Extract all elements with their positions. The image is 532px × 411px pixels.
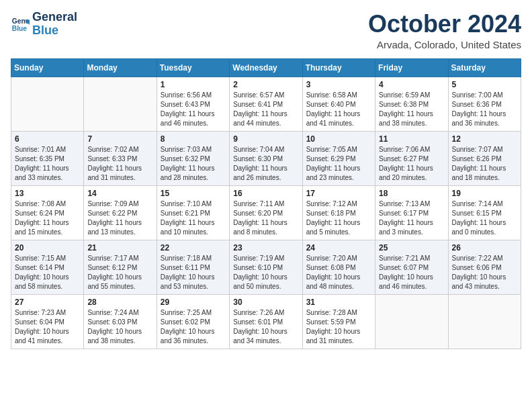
day-number: 10: [306, 134, 371, 144]
day-info: Sunrise: 7:11 AMSunset: 6:20 PMDaylight:…: [233, 199, 298, 237]
day-number: 18: [379, 189, 444, 198]
day-number: 9: [233, 134, 298, 144]
calendar-cell: 8Sunrise: 7:03 AMSunset: 6:32 PMDaylight…: [157, 131, 229, 185]
weekday-header: Friday: [375, 58, 448, 77]
calendar-week-row: 6Sunrise: 7:01 AMSunset: 6:35 PMDaylight…: [11, 131, 521, 185]
calendar-week-row: 1Sunrise: 6:56 AMSunset: 6:43 PMDaylight…: [11, 77, 521, 131]
day-info: Sunrise: 7:25 AMSunset: 6:02 PMDaylight:…: [161, 308, 226, 346]
calendar-cell: 27Sunrise: 7:23 AMSunset: 6:04 PMDayligh…: [11, 294, 84, 349]
day-info: Sunrise: 7:19 AMSunset: 6:10 PMDaylight:…: [233, 254, 298, 291]
day-info: Sunrise: 7:18 AMSunset: 6:11 PMDaylight:…: [161, 254, 226, 291]
calendar-cell: 21Sunrise: 7:17 AMSunset: 6:12 PMDayligh…: [84, 240, 157, 294]
weekday-header: Monday: [84, 58, 157, 77]
day-info: Sunrise: 7:28 AMSunset: 5:59 PMDaylight:…: [306, 308, 371, 346]
day-info: Sunrise: 7:21 AMSunset: 6:07 PMDaylight:…: [379, 254, 444, 291]
day-info: Sunrise: 7:20 AMSunset: 6:08 PMDaylight:…: [306, 254, 371, 291]
calendar-cell: 17Sunrise: 7:12 AMSunset: 6:18 PMDayligh…: [302, 185, 375, 240]
day-number: 28: [87, 298, 152, 307]
calendar-cell: 3Sunrise: 6:58 AMSunset: 6:40 PMDaylight…: [302, 77, 375, 131]
day-info: Sunrise: 7:04 AMSunset: 6:30 PMDaylight:…: [233, 145, 298, 183]
day-number: 29: [161, 298, 226, 307]
day-number: 11: [379, 134, 444, 144]
day-number: 25: [379, 243, 444, 253]
day-number: 13: [15, 189, 80, 198]
day-number: 1: [161, 80, 226, 89]
day-number: 15: [161, 189, 226, 198]
calendar-cell: 28Sunrise: 7:24 AMSunset: 6:03 PMDayligh…: [84, 294, 157, 349]
weekday-header: Tuesday: [157, 58, 229, 77]
calendar-cell: 16Sunrise: 7:11 AMSunset: 6:20 PMDayligh…: [230, 185, 302, 240]
calendar-cell: 11Sunrise: 7:06 AMSunset: 6:27 PMDayligh…: [375, 131, 448, 185]
calendar-week-row: 13Sunrise: 7:08 AMSunset: 6:24 PMDayligh…: [11, 185, 521, 240]
calendar-week-row: 27Sunrise: 7:23 AMSunset: 6:04 PMDayligh…: [11, 294, 521, 349]
day-info: Sunrise: 7:23 AMSunset: 6:04 PMDaylight:…: [15, 308, 80, 346]
calendar-cell: 1Sunrise: 6:56 AMSunset: 6:43 PMDaylight…: [157, 77, 229, 131]
calendar-cell: 29Sunrise: 7:25 AMSunset: 6:02 PMDayligh…: [157, 294, 229, 349]
day-number: 3: [306, 80, 371, 89]
month-title: October 2024: [368, 11, 521, 38]
day-info: Sunrise: 7:08 AMSunset: 6:24 PMDaylight:…: [15, 199, 80, 237]
calendar-cell: 15Sunrise: 7:10 AMSunset: 6:21 PMDayligh…: [157, 185, 229, 240]
day-info: Sunrise: 6:57 AMSunset: 6:41 PMDaylight:…: [233, 91, 298, 128]
day-number: 4: [379, 80, 444, 89]
day-number: 31: [306, 298, 371, 307]
day-number: 14: [87, 189, 152, 198]
weekday-header: Wednesday: [230, 58, 302, 77]
day-number: 16: [233, 189, 298, 198]
day-info: Sunrise: 7:13 AMSunset: 6:17 PMDaylight:…: [379, 199, 444, 237]
calendar-cell: [375, 294, 448, 349]
day-info: Sunrise: 7:22 AMSunset: 6:06 PMDaylight:…: [452, 254, 517, 291]
calendar-cell: 31Sunrise: 7:28 AMSunset: 5:59 PMDayligh…: [302, 294, 375, 349]
calendar-cell: 6Sunrise: 7:01 AMSunset: 6:35 PMDaylight…: [11, 131, 84, 185]
calendar-cell: 18Sunrise: 7:13 AMSunset: 6:17 PMDayligh…: [375, 185, 448, 240]
day-number: 2: [233, 80, 298, 89]
calendar-cell: 22Sunrise: 7:18 AMSunset: 6:11 PMDayligh…: [157, 240, 229, 294]
day-info: Sunrise: 7:07 AMSunset: 6:26 PMDaylight:…: [452, 145, 517, 183]
calendar-cell: 25Sunrise: 7:21 AMSunset: 6:07 PMDayligh…: [375, 240, 448, 294]
calendar-cell: 26Sunrise: 7:22 AMSunset: 6:06 PMDayligh…: [448, 240, 521, 294]
calendar-cell: 4Sunrise: 6:59 AMSunset: 6:38 PMDaylight…: [375, 77, 448, 131]
location-title: Arvada, Colorado, United States: [368, 39, 521, 50]
page-header: General Blue General Blue October 2024 A…: [11, 11, 521, 50]
day-number: 5: [452, 80, 517, 89]
day-number: 26: [452, 243, 517, 253]
day-info: Sunrise: 6:58 AMSunset: 6:40 PMDaylight:…: [306, 91, 371, 128]
calendar-cell: 20Sunrise: 7:15 AMSunset: 6:14 PMDayligh…: [11, 240, 84, 294]
logo-text: General Blue: [32, 11, 77, 38]
day-number: 24: [306, 243, 371, 253]
day-number: 20: [15, 243, 80, 253]
day-info: Sunrise: 7:03 AMSunset: 6:32 PMDaylight:…: [161, 145, 226, 183]
day-number: 21: [87, 243, 152, 253]
day-number: 27: [15, 298, 80, 307]
day-info: Sunrise: 7:26 AMSunset: 6:01 PMDaylight:…: [233, 308, 298, 346]
svg-text:Blue: Blue: [12, 25, 28, 32]
calendar-cell: 19Sunrise: 7:14 AMSunset: 6:15 PMDayligh…: [448, 185, 521, 240]
weekday-header: Saturday: [448, 58, 521, 77]
day-number: 22: [161, 243, 226, 253]
day-info: Sunrise: 7:09 AMSunset: 6:22 PMDaylight:…: [87, 199, 152, 237]
day-info: Sunrise: 7:24 AMSunset: 6:03 PMDaylight:…: [87, 308, 152, 346]
day-info: Sunrise: 6:56 AMSunset: 6:43 PMDaylight:…: [161, 91, 226, 128]
day-info: Sunrise: 7:12 AMSunset: 6:18 PMDaylight:…: [306, 199, 371, 237]
calendar-cell: 12Sunrise: 7:07 AMSunset: 6:26 PMDayligh…: [448, 131, 521, 185]
weekday-header-row: SundayMondayTuesdayWednesdayThursdayFrid…: [11, 58, 521, 77]
calendar-cell: 23Sunrise: 7:19 AMSunset: 6:10 PMDayligh…: [230, 240, 302, 294]
day-info: Sunrise: 7:14 AMSunset: 6:15 PMDaylight:…: [452, 199, 517, 237]
day-number: 30: [233, 298, 298, 307]
day-info: Sunrise: 7:10 AMSunset: 6:21 PMDaylight:…: [161, 199, 226, 237]
logo: General Blue General Blue: [11, 11, 77, 38]
day-info: Sunrise: 7:06 AMSunset: 6:27 PMDaylight:…: [379, 145, 444, 183]
day-info: Sunrise: 6:59 AMSunset: 6:38 PMDaylight:…: [379, 91, 444, 128]
calendar-cell: [11, 77, 84, 131]
day-info: Sunrise: 7:05 AMSunset: 6:29 PMDaylight:…: [306, 145, 371, 183]
calendar-cell: 13Sunrise: 7:08 AMSunset: 6:24 PMDayligh…: [11, 185, 84, 240]
calendar-cell: [84, 77, 157, 131]
day-number: 23: [233, 243, 298, 253]
calendar-cell: 5Sunrise: 7:00 AMSunset: 6:36 PMDaylight…: [448, 77, 521, 131]
weekday-header: Sunday: [11, 58, 84, 77]
calendar-cell: 24Sunrise: 7:20 AMSunset: 6:08 PMDayligh…: [302, 240, 375, 294]
logo-icon: General Blue: [11, 15, 30, 34]
calendar-table: SundayMondayTuesdayWednesdayThursdayFrid…: [11, 58, 521, 349]
day-info: Sunrise: 7:01 AMSunset: 6:35 PMDaylight:…: [15, 145, 80, 183]
calendar-week-row: 20Sunrise: 7:15 AMSunset: 6:14 PMDayligh…: [11, 240, 521, 294]
